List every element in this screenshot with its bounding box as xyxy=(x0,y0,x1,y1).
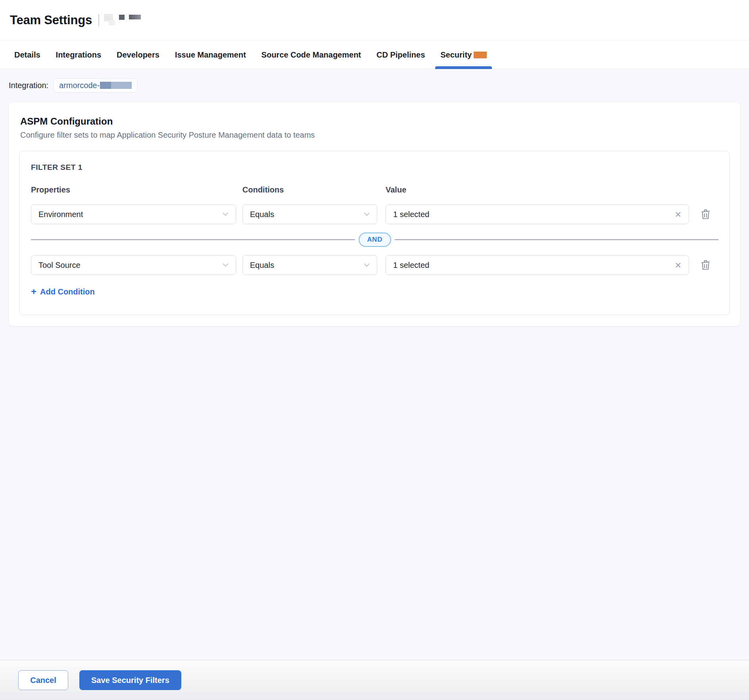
security-badge-redacted xyxy=(474,52,487,58)
redaction-block xyxy=(129,15,141,19)
aspm-title: ASPM Configuration xyxy=(20,116,730,127)
value-multiselect-1[interactable]: 1 selected ✕ xyxy=(386,204,689,224)
tab-bar: Details Integrations Developers Issue Ma… xyxy=(0,40,749,69)
tab-source-code-management[interactable]: Source Code Management xyxy=(261,41,361,69)
property-select-2[interactable]: Tool Source xyxy=(31,255,236,275)
redacted-team-name xyxy=(100,12,148,28)
tab-details[interactable]: Details xyxy=(14,41,40,69)
integration-value: armorcode- xyxy=(59,81,100,90)
redaction-block xyxy=(100,82,111,89)
page-title: Team Settings xyxy=(10,13,92,27)
filter-set-title: FILTER SET 1 xyxy=(31,163,718,172)
save-security-filters-button[interactable]: Save Security Filters xyxy=(79,670,181,690)
and-connector-pill: AND xyxy=(359,233,391,247)
delete-condition-button[interactable] xyxy=(701,204,710,224)
integration-label: Integration: xyxy=(9,81,48,90)
clear-value-icon[interactable]: ✕ xyxy=(674,210,682,219)
content-area: Integration: armorcode- ASPM Configurati… xyxy=(0,78,749,326)
delete-condition-button[interactable] xyxy=(701,255,710,275)
filter-row-1: Environment Equals 1 selected ✕ xyxy=(31,204,718,224)
tab-integrations[interactable]: Integrations xyxy=(56,41,101,69)
condition-select-1[interactable]: Equals xyxy=(242,204,377,224)
title-divider xyxy=(98,14,99,26)
aspm-subtitle: Configure filter sets to map Application… xyxy=(20,131,730,140)
redaction-block xyxy=(109,20,115,25)
condition-select-2[interactable]: Equals xyxy=(242,255,377,275)
redaction-block xyxy=(111,82,132,89)
tab-issue-management[interactable]: Issue Management xyxy=(175,41,246,69)
redaction-block xyxy=(119,15,125,20)
clear-value-icon[interactable]: ✕ xyxy=(674,261,682,269)
tab-cd-pipelines[interactable]: CD Pipelines xyxy=(376,41,425,69)
tab-developers[interactable]: Developers xyxy=(117,41,159,69)
chevron-down-icon xyxy=(364,263,370,267)
filter-row-2: Tool Source Equals 1 selected ✕ xyxy=(31,255,718,275)
filter-column-headers: Properties Conditions Value xyxy=(31,185,718,194)
add-condition-button[interactable]: + Add Condition xyxy=(31,287,95,296)
value-header: Value xyxy=(386,185,689,194)
conditions-header: Conditions xyxy=(242,185,377,194)
aspm-configuration-card: ASPM Configuration Configure filter sets… xyxy=(9,102,740,326)
header: Team Settings xyxy=(0,0,749,40)
value-multiselect-2[interactable]: 1 selected ✕ xyxy=(386,255,689,275)
footer-action-bar: Cancel Save Security Filters xyxy=(0,660,749,700)
property-select-1[interactable]: Environment xyxy=(31,204,236,224)
plus-icon: + xyxy=(31,287,36,296)
active-tab-underline xyxy=(435,66,492,69)
cancel-button[interactable]: Cancel xyxy=(18,670,68,690)
chevron-down-icon xyxy=(223,212,229,216)
filter-set-1: FILTER SET 1 Properties Conditions Value… xyxy=(19,151,730,315)
trash-icon xyxy=(701,260,710,270)
chevron-down-icon xyxy=(223,263,229,267)
properties-header: Properties xyxy=(31,185,236,194)
integration-chip[interactable]: armorcode- xyxy=(53,78,138,92)
chevron-down-icon xyxy=(364,212,370,216)
trash-icon xyxy=(701,209,710,219)
condition-connector-row: AND xyxy=(31,224,718,255)
integration-row: Integration: armorcode- xyxy=(9,78,740,92)
tab-security[interactable]: Security xyxy=(440,41,487,69)
